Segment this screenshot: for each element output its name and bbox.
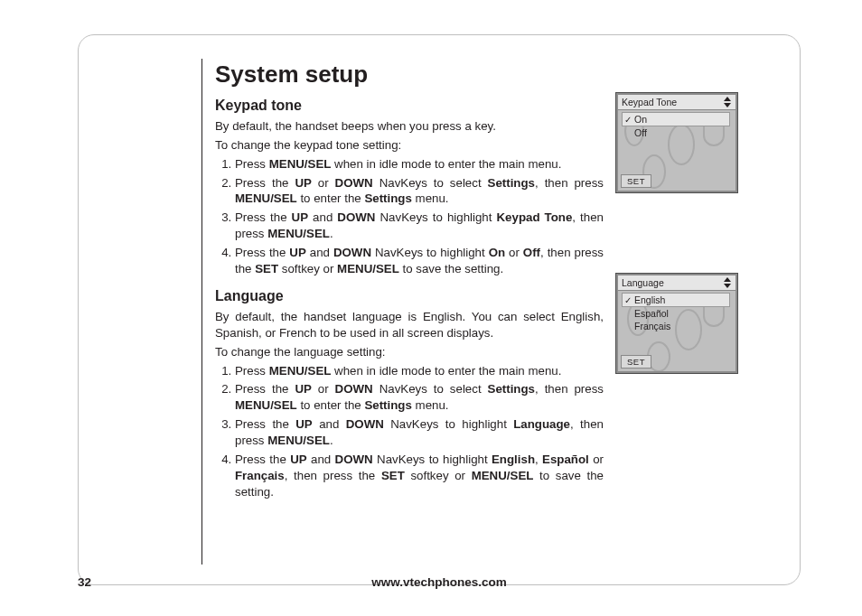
s2-step1: Press MENU/SEL when in idle mode to ente…: [235, 363, 604, 379]
language-screen: Language ✓ English Español Français SET: [616, 274, 737, 373]
s2-step2: Press the UP or DOWN NavKeys to select S…: [235, 381, 604, 414]
s1-step3: Press the UP and DOWN NavKeys to highlig…: [235, 210, 604, 242]
option-label: English: [634, 294, 665, 305]
softkey-set: SET: [621, 174, 651, 188]
s2-step4: Press the UP and DOWN NavKeys to highlig…: [235, 452, 604, 500]
option-off: Off: [622, 126, 736, 139]
option-label: Español: [634, 308, 669, 319]
section-heading-keypad-tone: Keypad tone: [215, 96, 604, 116]
page-number: 32: [78, 575, 91, 589]
s1-intro1: By default, the handset beeps when you p…: [215, 118, 604, 135]
option-espanol: Español: [622, 307, 736, 320]
check-icon: ✓: [624, 295, 632, 305]
main-column: System setup Keypad tone By default, the…: [215, 59, 604, 568]
softkey-set: SET: [621, 355, 651, 369]
check-icon: ✓: [624, 115, 632, 125]
s2-steps: Press MENU/SEL when in idle mode to ente…: [215, 363, 604, 501]
footer-url: www.vtechphones.com: [78, 575, 801, 589]
option-label: Français: [634, 321, 670, 331]
option-english: ✓ English: [622, 293, 730, 307]
s2-step3: Press the UP and DOWN NavKeys to highlig…: [235, 416, 604, 449]
screen-title-bar: Language: [618, 275, 736, 291]
s2-intro1: By default, the handset language is Engl…: [215, 309, 604, 341]
s1-step4: Press the UP and DOWN NavKeys to highlig…: [235, 245, 604, 277]
updown-icon: [724, 97, 732, 107]
page-title: System setup: [215, 59, 604, 90]
screen-title: Keypad Tone: [622, 97, 677, 107]
updown-icon: [724, 277, 732, 288]
vertical-rule: [201, 59, 202, 565]
option-label: Off: [634, 127, 647, 138]
s2-intro2: To change the language setting:: [215, 344, 604, 360]
screen-title-bar: Keypad Tone: [618, 95, 736, 110]
section-heading-language: Language: [215, 286, 604, 306]
option-label: On: [634, 114, 647, 125]
s1-step1: Press MENU/SEL when in idle mode to ente…: [235, 156, 604, 173]
manual-page: System setup Keypad tone By default, the…: [78, 34, 801, 585]
option-francais: Français: [622, 320, 736, 332]
screen-title: Language: [622, 277, 664, 288]
right-column: Keypad Tone ✓ On Off SET: [616, 59, 768, 568]
s1-steps: Press MENU/SEL when in idle mode to ente…: [215, 156, 604, 278]
option-on: ✓ On: [622, 112, 730, 126]
s1-step2: Press the UP or DOWN NavKeys to select S…: [235, 175, 604, 208]
keypad-tone-screen: Keypad Tone ✓ On Off SET: [616, 93, 737, 192]
s1-intro2: To change the keypad tone setting:: [215, 137, 604, 154]
